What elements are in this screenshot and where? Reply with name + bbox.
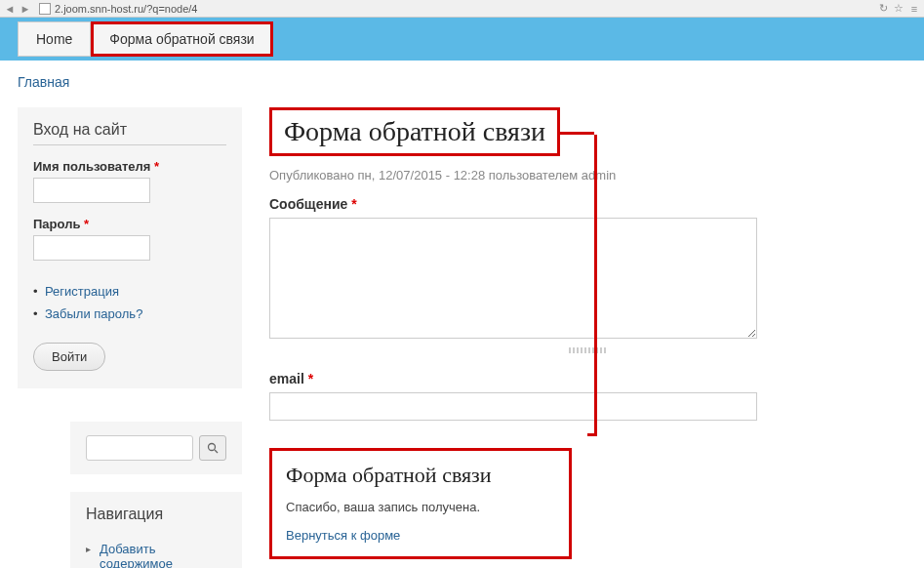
register-link[interactable]: Регистрация: [45, 284, 119, 299]
page-title: Форма обратной связи: [269, 107, 560, 156]
password-label: Пароль *: [33, 217, 226, 231]
nav-feedback[interactable]: Форма обратной связи: [91, 21, 272, 57]
menu-icon[interactable]: ≡: [908, 3, 920, 15]
search-block: [70, 422, 242, 474]
breadcrumb[interactable]: Главная: [18, 74, 906, 90]
login-title: Вход на сайт: [33, 121, 226, 145]
password-input[interactable]: [33, 235, 150, 261]
page-icon: [39, 3, 51, 15]
navigation-title: Навигация: [86, 506, 226, 529]
browser-back-icon[interactable]: ◄: [4, 3, 16, 15]
email-label: email *: [269, 371, 906, 386]
main-navbar: Home Форма обратной связи: [0, 18, 924, 61]
url-text[interactable]: 2.joom.snn-host.ru/?q=node/4: [55, 3, 197, 15]
nav-home[interactable]: Home: [18, 21, 91, 57]
login-block: Вход на сайт Имя пользователя * Пароль *…: [18, 107, 242, 388]
browser-forward-icon[interactable]: ►: [20, 3, 31, 15]
svg-point-0: [209, 444, 216, 451]
message-textarea[interactable]: [269, 218, 757, 339]
success-title: Форма обратной связи: [286, 463, 555, 488]
browser-address-bar: ◄ ► 2.joom.snn-host.ru/?q=node/4 ↻ ☆ ≡: [0, 0, 924, 18]
success-message: Спасибо, ваша запись получена.: [286, 500, 555, 514]
email-input[interactable]: [269, 392, 757, 421]
username-label: Имя пользователя *: [33, 159, 226, 174]
bookmark-icon[interactable]: ☆: [893, 3, 904, 15]
svg-line-1: [215, 450, 218, 453]
search-input[interactable]: [86, 435, 193, 461]
navigation-block: Навигация Добавить содержимое: [70, 492, 242, 568]
publish-meta: Опубликовано пн, 12/07/2015 - 12:28 поль…: [269, 168, 906, 183]
add-content-link[interactable]: Добавить содержимое: [100, 542, 173, 568]
search-button[interactable]: [199, 435, 226, 461]
return-to-form-link[interactable]: Вернуться к форме: [286, 528, 400, 543]
main-content: Форма обратной связи Опубликовано пн, 12…: [269, 107, 906, 568]
success-block: Форма обратной связи Спасибо, ваша запис…: [269, 448, 572, 559]
refresh-icon[interactable]: ↻: [877, 3, 889, 15]
forgot-password-link[interactable]: Забыли пароль?: [45, 306, 142, 321]
search-icon: [207, 442, 219, 454]
sidebar: Вход на сайт Имя пользователя * Пароль *…: [18, 107, 242, 568]
login-button[interactable]: Войти: [33, 343, 105, 371]
username-input[interactable]: [33, 178, 150, 203]
message-label: Сообщение *: [269, 196, 906, 212]
textarea-resize-handle[interactable]: [569, 347, 608, 353]
